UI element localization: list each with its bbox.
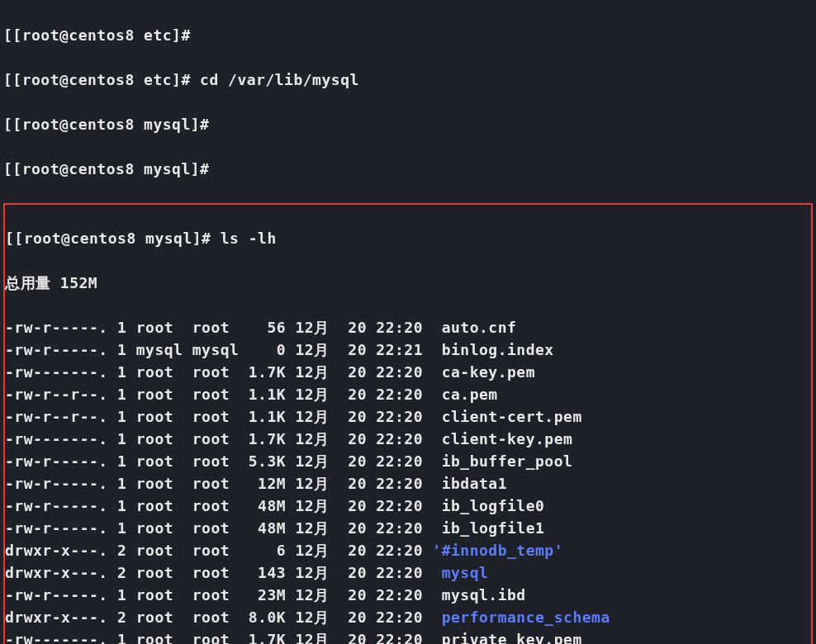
terminal-window[interactable]: [[root@centos8 etc]# [[root@centos8 etc]… [3, 2, 813, 644]
file-name: private_key.pem [432, 631, 581, 644]
file-name: ib_buffer_pool [432, 452, 572, 470]
file-row: drwxr-x---. 2 root root 6 12月 20 22:20 '… [5, 539, 811, 561]
prompt-line: [[root@centos8 etc]# cd /var/lib/mysql [3, 69, 813, 91]
file-name: ca-key.pem [432, 363, 535, 381]
file-name: ibdata1 [432, 475, 507, 492]
file-name: client-key.pem [432, 430, 572, 447]
file-meta: -rw-r-----. 1 root root 23M 12月 20 22:20 [5, 586, 432, 604]
file-row: -rw-r-----. 1 root root 5.3K 12月 20 22:2… [5, 450, 811, 472]
file-name: mysql [432, 564, 488, 581]
file-meta: -rw-r-----. 1 root root 56 12月 20 22:20 [5, 319, 432, 336]
file-row: -rw-------. 1 root root 1.7K 12月 20 22:2… [5, 628, 811, 644]
file-row: -rw-r-----. 1 mysql mysql 0 12月 20 22:21… [5, 339, 811, 361]
file-name: ib_logfile1 [432, 519, 544, 537]
file-name: ib_logfile0 [432, 497, 544, 514]
file-name: performance_schema [432, 608, 610, 626]
prompt-line: [[root@centos8 mysql]# [3, 158, 813, 180]
file-row: -rw-r--r--. 1 root root 1.1K 12月 20 22:2… [5, 383, 811, 405]
file-row: -rw-r--r--. 1 root root 1.1K 12月 20 22:2… [5, 405, 811, 428]
file-meta: -rw-------. 1 root root 1.7K 12月 20 22:2… [5, 631, 432, 644]
file-meta: drwxr-x---. 2 root root 6 12月 20 22:20 [5, 542, 432, 559]
file-row: drwxr-x---. 2 root root 143 12月 20 22:20… [5, 561, 811, 584]
file-meta: -rw-r--r--. 1 root root 1.1K 12月 20 22:2… [5, 386, 432, 403]
file-row: drwxr-x---. 2 root root 8.0K 12月 20 22:2… [5, 606, 811, 628]
total-line: 总用量 152M [5, 272, 811, 294]
prompt-line: [[root@centos8 mysql]# [3, 113, 813, 135]
file-listing: -rw-r-----. 1 root root 56 12月 20 22:20 … [5, 316, 811, 644]
file-meta: drwxr-x---. 2 root root 143 12月 20 22:20 [5, 564, 432, 581]
file-row: -rw-r-----. 1 root root 48M 12月 20 22:20… [5, 517, 811, 539]
file-name: auto.cnf [432, 319, 516, 336]
file-row: -rw-r-----. 1 root root 23M 12月 20 22:20… [5, 584, 811, 606]
file-name: mysql.ibd [432, 586, 525, 604]
file-meta: -rw-r-----. 1 mysql mysql 0 12月 20 22:21 [5, 341, 432, 358]
file-row: -rw-------. 1 root root 1.7K 12月 20 22:2… [5, 428, 811, 450]
file-meta: -rw-r-----. 1 root root 48M 12月 20 22:20 [5, 519, 432, 537]
file-name: binlog.index [432, 341, 553, 358]
file-meta: -rw-r--r--. 1 root root 1.1K 12月 20 22:2… [5, 408, 432, 425]
file-row: -rw-r-----. 1 root root 48M 12月 20 22:20… [5, 495, 811, 517]
file-meta: -rw-------. 1 root root 1.7K 12月 20 22:2… [5, 363, 432, 381]
file-name: ca.pem [432, 386, 497, 403]
file-meta: -rw-r-----. 1 root root 12M 12月 20 22:20 [5, 475, 432, 492]
file-name: '#innodb_temp' [432, 542, 563, 559]
file-meta: drwxr-x---. 2 root root 8.0K 12月 20 22:2… [5, 608, 432, 626]
highlighted-region: [[root@centos8 mysql]# ls -lh 总用量 152M -… [3, 203, 813, 644]
file-row: -rw-r-----. 1 root root 12M 12月 20 22:20… [5, 472, 811, 495]
file-meta: -rw-------. 1 root root 1.7K 12月 20 22:2… [5, 430, 432, 447]
prompt-line: [[root@centos8 mysql]# ls -lh [5, 227, 811, 249]
file-meta: -rw-r-----. 1 root root 5.3K 12月 20 22:2… [5, 452, 432, 470]
file-row: -rw-------. 1 root root 1.7K 12月 20 22:2… [5, 361, 811, 383]
prompt-line: [[root@centos8 etc]# [3, 24, 813, 46]
file-meta: -rw-r-----. 1 root root 48M 12月 20 22:20 [5, 497, 432, 514]
file-row: -rw-r-----. 1 root root 56 12月 20 22:20 … [5, 316, 811, 339]
file-name: client-cert.pem [432, 408, 581, 425]
